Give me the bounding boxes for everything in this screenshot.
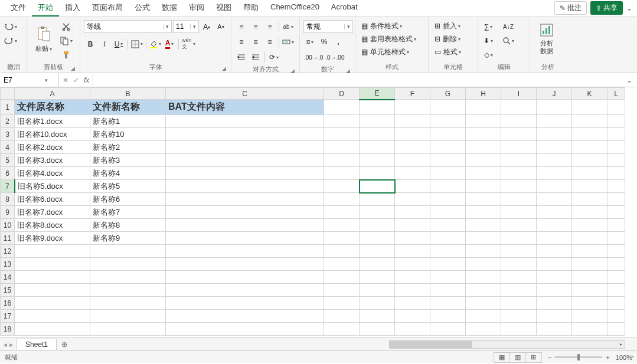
cell-G5[interactable] — [430, 154, 466, 167]
cell-H2[interactable] — [466, 115, 501, 128]
cell-K17[interactable] — [572, 310, 607, 323]
cell-styles-button[interactable]: ▦单元格样式 — [359, 46, 411, 58]
cell-D12[interactable] — [324, 245, 360, 258]
cell-H1[interactable] — [466, 100, 501, 115]
cell-K15[interactable] — [572, 284, 607, 297]
cell-F15[interactable] — [395, 284, 430, 297]
row-header-5[interactable]: 5 — [1, 154, 15, 167]
cell-H3[interactable] — [466, 128, 501, 141]
cell-J2[interactable] — [537, 115, 572, 128]
cell-C4[interactable] — [166, 141, 324, 154]
cell-E3[interactable] — [360, 128, 395, 141]
cell-J4[interactable] — [537, 141, 572, 154]
cell-A7[interactable]: 旧名称5.docx — [15, 180, 90, 193]
cell-C2[interactable] — [166, 115, 324, 128]
menu-视图[interactable]: 视图 — [210, 0, 237, 17]
align-launcher[interactable]: ◢ — [290, 68, 295, 74]
col-header-B[interactable]: B — [90, 88, 166, 100]
col-header-H[interactable]: H — [466, 88, 501, 100]
decrease-font-button[interactable]: A▾ — [214, 20, 227, 33]
chevron-down-icon[interactable]: ▾ — [41, 77, 51, 83]
cell-K4[interactable] — [572, 141, 607, 154]
cell-D11[interactable] — [324, 232, 360, 245]
cell-F13[interactable] — [395, 258, 430, 271]
sheet-nav-next[interactable]: ▸ — [9, 340, 13, 349]
cell-H8[interactable] — [466, 193, 501, 206]
cell-J14[interactable] — [537, 271, 572, 284]
zoom-slider[interactable] — [555, 356, 602, 358]
cell-G3[interactable] — [430, 128, 466, 141]
row-header-6[interactable]: 6 — [1, 167, 15, 180]
row-header-3[interactable]: 3 — [1, 128, 15, 141]
menu-帮助[interactable]: 帮助 — [237, 0, 264, 17]
cell-B9[interactable]: 新名称7 — [90, 206, 166, 219]
cell-C12[interactable] — [166, 245, 324, 258]
cell-E7[interactable] — [360, 180, 395, 193]
cell-A14[interactable] — [15, 271, 90, 284]
cell-A15[interactable] — [15, 284, 90, 297]
cell-A18[interactable] — [15, 323, 90, 336]
cell-J16[interactable] — [537, 297, 572, 310]
sheet-nav-prev[interactable]: ◂ — [4, 340, 7, 349]
cell-E12[interactable] — [360, 245, 395, 258]
cell-H11[interactable] — [466, 232, 501, 245]
cell-J15[interactable] — [537, 284, 572, 297]
cell-A10[interactable]: 旧名称8.docx — [15, 219, 90, 232]
spreadsheet-grid[interactable]: ABCDEFGHIJKL1文件原名称文件新名称BAT文件内容2旧名称1.docx… — [0, 87, 637, 337]
zoom-out-button[interactable]: − — [548, 354, 551, 361]
cell-J8[interactable] — [537, 193, 572, 206]
cell-F4[interactable] — [395, 141, 430, 154]
add-sheet-button[interactable]: ⊕ — [57, 340, 72, 349]
cell-A4[interactable]: 旧名称2.docx — [15, 141, 90, 154]
cell-D3[interactable] — [324, 128, 360, 141]
menu-数据[interactable]: 数据 — [156, 0, 183, 17]
increase-indent-button[interactable] — [249, 51, 262, 64]
cell-F2[interactable] — [395, 115, 430, 128]
cell-D13[interactable] — [324, 258, 360, 271]
cell-L17[interactable] — [607, 310, 625, 323]
cell-C1[interactable]: BAT文件内容 — [166, 100, 324, 115]
cell-I7[interactable] — [501, 180, 537, 193]
cell-L11[interactable] — [607, 232, 625, 245]
cell-I10[interactable] — [501, 219, 537, 232]
cell-C13[interactable] — [166, 258, 324, 271]
cell-A16[interactable] — [15, 297, 90, 310]
cell-A5[interactable]: 旧名称3.docx — [15, 154, 90, 167]
phonetic-button[interactable]: wén文 — [181, 37, 196, 51]
cell-G9[interactable] — [430, 206, 466, 219]
cell-D16[interactable] — [324, 297, 360, 310]
cell-L6[interactable] — [607, 167, 625, 180]
scroll-thumb[interactable] — [390, 341, 472, 348]
cell-J18[interactable] — [537, 323, 572, 336]
format-painter-button[interactable] — [60, 48, 73, 61]
row-header-18[interactable]: 18 — [1, 323, 15, 336]
menu-文件[interactable]: 文件 — [5, 0, 32, 17]
cell-K13[interactable] — [572, 258, 607, 271]
sort-az-button[interactable]: A↓Z — [502, 20, 515, 33]
cell-A13[interactable] — [15, 258, 90, 271]
row-header-11[interactable]: 11 — [1, 232, 15, 245]
cell-B6[interactable]: 新名称4 — [90, 167, 166, 180]
cell-L8[interactable] — [607, 193, 625, 206]
cell-I9[interactable] — [501, 206, 537, 219]
increase-decimal-button[interactable]: .00→.0 — [303, 51, 324, 64]
cell-A17[interactable] — [15, 310, 90, 323]
cell-I12[interactable] — [501, 245, 537, 258]
font-size-combo[interactable]: ▾ — [173, 20, 199, 33]
cell-G6[interactable] — [430, 167, 466, 180]
comments-button[interactable]: ✎批注 — [554, 1, 587, 15]
font-name-input[interactable] — [84, 22, 163, 31]
cell-E1[interactable] — [360, 100, 395, 115]
autosum-button[interactable]: ∑ — [482, 20, 495, 33]
menu-页面布局[interactable]: 页面布局 — [86, 0, 129, 17]
row-header-15[interactable]: 15 — [1, 284, 15, 297]
cell-D17[interactable] — [324, 310, 360, 323]
cell-D8[interactable] — [324, 193, 360, 206]
cell-E13[interactable] — [360, 258, 395, 271]
cell-J17[interactable] — [537, 310, 572, 323]
align-top-button[interactable]: ≡ — [235, 20, 248, 33]
cell-E17[interactable] — [360, 310, 395, 323]
row-header-8[interactable]: 8 — [1, 193, 15, 206]
cell-L5[interactable] — [607, 154, 625, 167]
insert-cells-button[interactable]: ⊞插入 — [432, 20, 463, 32]
